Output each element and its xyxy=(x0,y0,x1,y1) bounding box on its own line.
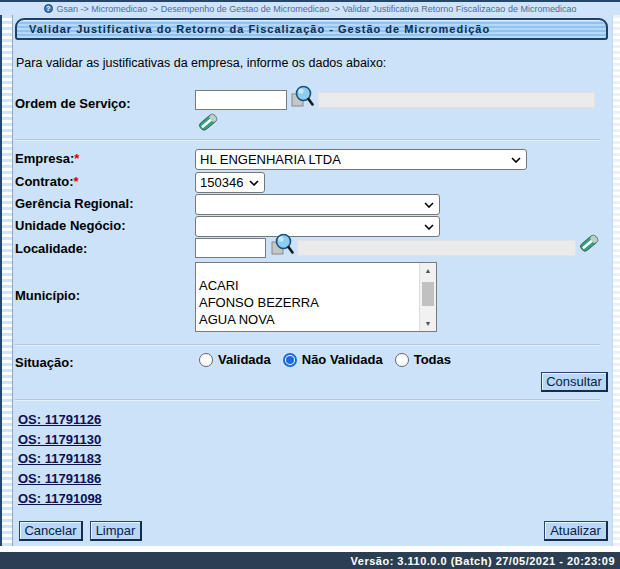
scroll-up-icon[interactable]: ▲ xyxy=(420,263,436,278)
consultar-button[interactable]: Consultar xyxy=(541,372,608,392)
page-title-bar: Validar Justificativa do Retorno da Fisc… xyxy=(15,18,608,40)
search-icon[interactable] xyxy=(289,84,314,113)
empresa-required-mark: * xyxy=(74,151,79,166)
radio-nao-validada[interactable] xyxy=(283,353,297,367)
situacao-label-text: Situação: xyxy=(15,355,74,370)
os-link[interactable]: OS: 11791183 xyxy=(18,451,101,466)
ordem-servico-display xyxy=(318,92,595,108)
localidade-label: Localidade: xyxy=(15,241,87,256)
contrato-select[interactable]: 150346 xyxy=(195,172,265,193)
municipio-listbox[interactable]: ACARI AFONSO BEZERRA AGUA NOVA ▲ ▼ xyxy=(195,262,437,332)
chevron-down-icon xyxy=(424,202,434,208)
os-link[interactable]: OS: 11791130 xyxy=(18,432,101,447)
empresa-label-text: Empresa: xyxy=(15,151,74,166)
scroll-down-icon[interactable]: ▼ xyxy=(420,316,436,331)
empresa-select-value: HL ENGENHARIA LTDA xyxy=(200,152,341,167)
search-icon[interactable] xyxy=(269,232,294,261)
contrato-label-text: Contrato: xyxy=(15,174,74,189)
municipio-label-text: Município: xyxy=(15,288,80,303)
list-item[interactable] xyxy=(196,263,419,277)
section-divider xyxy=(15,399,600,401)
unidade-negocio-select[interactable] xyxy=(195,216,440,237)
scrollbar-thumb[interactable] xyxy=(422,282,434,306)
left-decoration xyxy=(0,15,13,546)
municipio-options: ACARI AFONSO BEZERRA AGUA NOVA xyxy=(196,263,419,328)
section-divider xyxy=(15,139,600,141)
cancelar-button[interactable]: Cancelar xyxy=(19,521,83,541)
empresa-select[interactable]: HL ENGENHARIA LTDA xyxy=(195,149,527,170)
gerencia-regional-select[interactable] xyxy=(195,194,440,215)
localidade-label-text: Localidade: xyxy=(15,241,87,256)
page-title: Validar Justificativa do Retorno da Fisc… xyxy=(29,23,490,35)
radio-validada-label: Validada xyxy=(218,352,271,367)
os-link[interactable]: OS: 11791126 xyxy=(18,412,101,427)
ordem-servico-label: Ordem de Serviço: xyxy=(15,96,131,111)
instruction-text: Para validar as justificativas da empres… xyxy=(16,56,386,70)
gsan-window: ? Gsan -> Micromedicao -> Desempenho de … xyxy=(0,0,620,569)
eraser-icon[interactable] xyxy=(578,232,600,258)
breadcrumb: ? Gsan -> Micromedicao -> Desempenho de … xyxy=(0,2,620,15)
ordem-servico-label-text: Ordem de Serviço: xyxy=(15,96,131,111)
list-item[interactable]: AGUA NOVA xyxy=(196,311,419,328)
chevron-down-icon xyxy=(249,180,259,186)
radio-todas[interactable] xyxy=(395,353,409,367)
scrollbar[interactable]: ▲ ▼ xyxy=(419,263,436,331)
footer-bar: Versão: 3.110.0.0 (Batch) 27/05/2021 - 2… xyxy=(0,552,620,569)
empresa-label: Empresa:* xyxy=(15,151,79,166)
section-divider xyxy=(15,344,600,346)
unidade-negocio-label-text: Unidade Negócio: xyxy=(15,218,126,233)
radio-nao-validada-label: Não Validada xyxy=(302,352,383,367)
breadcrumb-text: Gsan -> Micromedicao -> Desempenho de Ge… xyxy=(57,4,577,14)
version-text: Versão: 3.110.0.0 (Batch) 27/05/2021 - 2… xyxy=(351,555,615,567)
help-icon[interactable]: ? xyxy=(44,4,53,13)
contrato-label: Contrato:* xyxy=(15,174,79,189)
right-decoration xyxy=(612,15,620,546)
gerencia-regional-label-text: Gerência Regional: xyxy=(15,196,133,211)
os-link[interactable]: OS: 11791098 xyxy=(18,491,102,506)
ordem-servico-input[interactable] xyxy=(195,90,287,110)
localidade-display xyxy=(297,240,576,256)
atualizar-button[interactable]: Atualizar xyxy=(544,521,608,541)
chevron-down-icon xyxy=(424,224,434,230)
contrato-required-mark: * xyxy=(74,174,79,189)
localidade-input[interactable] xyxy=(195,238,266,258)
situacao-label: Situação: xyxy=(15,355,74,370)
contrato-select-value: 150346 xyxy=(200,175,243,190)
unidade-negocio-label: Unidade Negócio: xyxy=(15,218,126,233)
limpar-button[interactable]: Limpar xyxy=(90,521,142,541)
os-link[interactable]: OS: 11791186 xyxy=(18,471,101,486)
situacao-radio-group: Validada Não Validada Todas xyxy=(199,352,463,367)
list-item[interactable]: ACARI xyxy=(196,277,419,294)
list-item[interactable]: AFONSO BEZERRA xyxy=(196,294,419,311)
radio-todas-label: Todas xyxy=(414,352,451,367)
chevron-down-icon xyxy=(511,157,521,163)
municipio-label: Município: xyxy=(15,288,80,303)
gerencia-regional-label: Gerência Regional: xyxy=(15,196,133,211)
radio-validada[interactable] xyxy=(199,353,213,367)
eraser-icon[interactable] xyxy=(197,111,219,137)
